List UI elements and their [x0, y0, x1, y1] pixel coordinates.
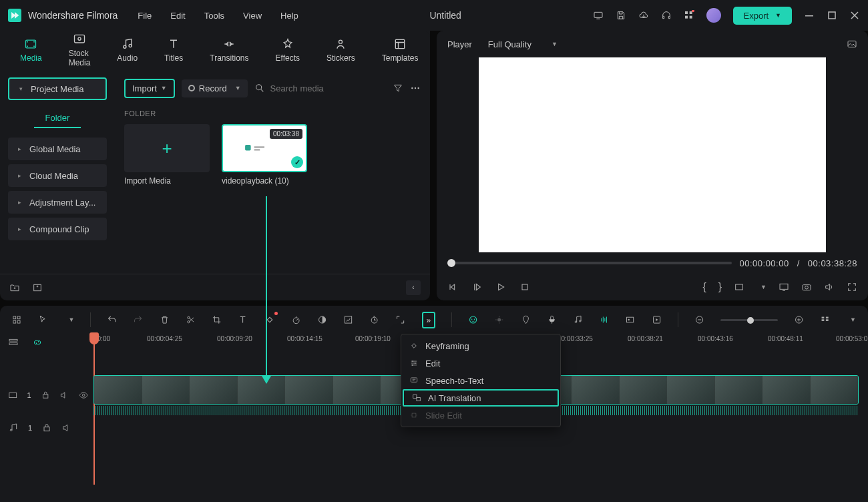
seek-bar[interactable] — [447, 262, 732, 264]
tab-media[interactable]: Media — [20, 37, 42, 63]
sidebar-cloud-media[interactable]: ▸Cloud Media — [8, 164, 107, 187]
track-lock-icon[interactable] — [41, 390, 50, 401]
track-mode-icon[interactable] — [8, 337, 19, 348]
apps-icon[interactable] — [684, 10, 694, 21]
import-button[interactable]: Import▼ — [124, 79, 175, 98]
tab-stock-media[interactable]: Stock Media — [69, 33, 91, 67]
sidebar-folder[interactable]: Folder — [34, 108, 81, 128]
export-button[interactable]: Export▼ — [733, 7, 793, 25]
more-icon[interactable] — [410, 83, 421, 93]
record-button[interactable]: Record▼ — [182, 79, 248, 97]
popup-speech-to-text[interactable]: Speech-to-Text — [401, 372, 560, 389]
ai-tools-icon[interactable] — [468, 314, 478, 325]
tab-audio[interactable]: Audio — [117, 37, 138, 63]
maximize-icon[interactable] — [827, 10, 837, 21]
expand-tool-icon[interactable] — [395, 314, 405, 325]
sidebar-adjustment-layer[interactable]: ▸Adjustment Lay... — [8, 191, 107, 214]
zoom-slider[interactable] — [720, 319, 778, 321]
view-mode-icon[interactable] — [820, 314, 830, 325]
search-icon[interactable] — [254, 83, 265, 93]
tab-stickers[interactable]: Stickers — [327, 37, 355, 63]
play-icon[interactable] — [495, 282, 506, 292]
timer-icon[interactable] — [369, 314, 379, 325]
avatar[interactable] — [706, 8, 721, 23]
ratio-dropdown-icon[interactable]: ▼ — [761, 284, 767, 290]
select-tool-dropdown[interactable]: ▼ — [68, 316, 74, 323]
display-icon[interactable] — [779, 282, 789, 292]
fullscreen-icon[interactable] — [847, 282, 857, 292]
split-icon[interactable] — [186, 314, 196, 325]
close-icon[interactable] — [849, 10, 860, 21]
device-icon[interactable] — [593, 10, 604, 21]
popup-edit[interactable]: Edit — [401, 354, 560, 372]
more-tools-button[interactable]: » — [422, 312, 436, 328]
sidebar-project-media[interactable]: ▾Project Media — [8, 77, 107, 100]
delete-icon[interactable] — [160, 314, 170, 325]
redo-icon[interactable] — [133, 314, 143, 325]
camera-icon[interactable] — [801, 282, 812, 292]
cloud-icon[interactable] — [638, 10, 649, 21]
enhance-icon[interactable] — [494, 314, 504, 325]
tab-transitions[interactable]: Transitions — [210, 37, 248, 63]
select-tool-icon[interactable] — [38, 314, 48, 325]
mark-in-icon[interactable]: { — [702, 281, 706, 293]
save-icon[interactable] — [616, 10, 626, 21]
mask-icon[interactable] — [625, 314, 635, 325]
new-bin-icon[interactable] — [32, 282, 43, 293]
track-visibility-icon[interactable] — [79, 390, 88, 401]
minimize-icon[interactable] — [804, 10, 815, 21]
view-dropdown[interactable]: ▼ — [850, 316, 856, 323]
zoom-out-icon[interactable] — [694, 314, 704, 325]
track-lock-icon[interactable] — [41, 423, 52, 433]
menu-view[interactable]: View — [243, 11, 262, 21]
seek-handle[interactable] — [447, 259, 455, 267]
text-icon[interactable] — [238, 314, 248, 325]
mark-out-icon[interactable]: } — [718, 281, 722, 293]
color-icon[interactable] — [317, 314, 327, 325]
search-input[interactable] — [270, 83, 386, 93]
tab-titles[interactable]: Titles — [164, 37, 183, 63]
volume-icon[interactable] — [824, 282, 835, 292]
adjust-tracks-icon[interactable] — [12, 314, 22, 325]
popup-ai-translation[interactable]: AI Translation — [403, 389, 559, 407]
zoom-handle[interactable] — [747, 317, 754, 324]
marker-icon[interactable] — [521, 314, 531, 325]
undo-icon[interactable] — [107, 314, 117, 325]
track-mute-icon[interactable] — [59, 390, 69, 401]
svg-rect-5 — [689, 16, 692, 19]
new-folder-icon[interactable] — [9, 282, 20, 293]
green-screen-icon[interactable] — [343, 314, 353, 325]
sidebar-global-media[interactable]: ▸Global Media — [8, 138, 107, 160]
preview-canvas[interactable] — [437, 57, 868, 252]
collapse-sidebar-button[interactable]: ‹ — [406, 280, 421, 295]
popup-keyframing[interactable]: Keyframing — [401, 337, 560, 354]
audio-mixer-icon[interactable] — [573, 314, 583, 325]
render-icon[interactable] — [652, 314, 662, 325]
audio-stretch-icon[interactable] — [599, 314, 609, 325]
ratio-icon[interactable] — [734, 282, 744, 292]
menu-file[interactable]: File — [138, 11, 152, 21]
prev-frame-icon[interactable] — [447, 282, 458, 292]
menu-edit[interactable]: Edit — [170, 11, 185, 21]
stop-icon[interactable] — [519, 282, 530, 292]
crop-icon[interactable] — [212, 314, 222, 325]
zoom-in-icon[interactable] — [794, 314, 804, 325]
quality-dropdown[interactable]: Full Quality▼ — [488, 39, 558, 49]
link-icon[interactable] — [32, 337, 43, 348]
voiceover-icon[interactable] — [547, 314, 557, 325]
menu-tools[interactable]: Tools — [204, 11, 224, 21]
headphones-icon[interactable] — [661, 10, 672, 21]
filter-icon[interactable] — [393, 83, 403, 93]
tab-templates[interactable]: Templates — [382, 37, 419, 63]
speed-icon[interactable] — [291, 314, 301, 325]
import-media-tile[interactable]: + Import Media — [124, 124, 210, 186]
media-icon — [24, 37, 37, 51]
sidebar-compound-clip[interactable]: ▸Compound Clip — [8, 218, 107, 240]
media-clip-tile[interactable]: 00:03:38 ✓ videoplayback (10) — [222, 124, 307, 186]
snapshot-icon[interactable] — [847, 39, 857, 49]
svg-rect-24 — [245, 145, 251, 151]
track-mute-icon[interactable] — [61, 423, 72, 433]
menu-help[interactable]: Help — [280, 11, 298, 21]
play-pause-icon[interactable] — [471, 282, 482, 292]
tab-effects[interactable]: Effects — [276, 37, 300, 63]
